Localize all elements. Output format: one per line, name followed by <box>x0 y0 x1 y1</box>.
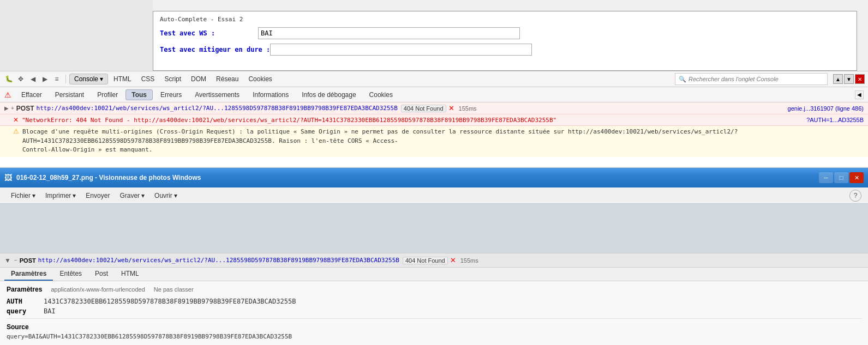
photo-icon: 🖼 <box>4 173 12 182</box>
devtools-icon-menu[interactable]: ≡ <box>51 74 62 84</box>
field1-label: Test avec WS : <box>160 29 258 37</box>
params-encoding: application/x-www-form-urlencoded <box>51 286 145 293</box>
network-tabs: Paramètres Entêtes Post HTML <box>0 268 868 281</box>
pv-help-btn[interactable]: ? <box>849 190 861 202</box>
param-query-key: query <box>7 307 39 315</box>
filter-bar: ⚠ Effacer Persistant Profiler Tous Erreu… <box>0 87 868 102</box>
params-divider <box>7 318 861 319</box>
net-url-link[interactable]: http://as400dev:10021/web/services/ws_ar… <box>38 257 399 264</box>
post-error-icon: ✕ <box>448 104 454 112</box>
window-controls: ▲ ▼ ✕ <box>833 74 865 84</box>
filter-options-btn[interactable]: ◀ <box>855 90 864 99</box>
net-tab-html[interactable]: HTML <box>115 268 146 281</box>
console-warning-row: ⚠ Blocage d'une requête multi-origines (… <box>0 126 868 157</box>
net-minus-icon: − <box>14 257 17 263</box>
pv-envoyer-btn[interactable]: Envoyer <box>81 191 114 201</box>
dom-tab-button[interactable]: DOM <box>187 74 211 84</box>
params-header: Paramètres application/x-www-form-urlenc… <box>7 286 861 293</box>
params-action: Ne pas classer <box>154 286 194 293</box>
filter-persistant[interactable]: Persistant <box>50 90 89 100</box>
source-value: query=BAI&AUTH=1431C3782330EBB61285598D5… <box>7 333 861 340</box>
field2-input[interactable] <box>270 44 532 56</box>
form-row-1: Test avec WS : <box>160 27 850 39</box>
filter-informations[interactable]: Informations <box>247 90 294 100</box>
net-time-badge: 155ms <box>460 257 478 264</box>
filter-avertissements[interactable]: Avertissements <box>189 90 245 100</box>
devtools-icon-cursor[interactable]: ✥ <box>15 74 26 84</box>
net-expand-icon[interactable]: ▼ <box>4 257 11 264</box>
network-row-header: ▼ − POST http://as400dev:10021/web/servi… <box>0 253 868 268</box>
css-tab-button[interactable]: CSS <box>137 74 159 84</box>
separator-1 <box>65 75 66 83</box>
left-panel <box>0 0 153 71</box>
pv-maximize-btn[interactable]: □ <box>834 172 848 183</box>
photo-viewer-title: 016-02-12_08h59_27.png - Visionneuse de … <box>16 174 201 181</box>
pv-close-btn[interactable]: ✕ <box>849 172 864 183</box>
post-method-label: POST <box>16 105 34 112</box>
network-params-area: Paramètres application/x-www-form-urlenc… <box>0 281 868 344</box>
console-messages-area: ▶ + POST http://as400dev:10021/web/servi… <box>0 102 868 168</box>
devtools-minimize-btn[interactable]: ▲ <box>833 74 843 84</box>
form-row-2: Test avec mitigeur en dure : <box>160 44 850 56</box>
devtools-icon-forward[interactable]: ▶ <box>39 74 50 84</box>
autocomplete-box: Auto-Complete - Essai 2 Test avec WS : T… <box>153 11 857 71</box>
param-auth-row: AUTH 1431C3782330EBB61285598D597878B38F8… <box>7 298 861 305</box>
filter-cookies[interactable]: Cookies <box>364 90 398 100</box>
post-url-link[interactable]: http://as400dev:10021/web/services/ws_ar… <box>37 105 398 112</box>
console-tab-button[interactable]: Console ▾ <box>69 74 108 84</box>
filter-profiler[interactable]: Profiler <box>92 90 123 100</box>
devtools-icon-bug[interactable]: 🐛 <box>3 74 14 84</box>
warning-text-line1: Blocage d'une requête multi-origines (Cr… <box>22 128 864 146</box>
pv-photo-content <box>0 204 868 253</box>
script-tab-button[interactable]: Script <box>160 74 185 84</box>
error-source-link[interactable]: ?AUTH=1...AD3255B <box>806 117 864 123</box>
devtools-close-btn[interactable]: ✕ <box>855 74 865 84</box>
post-plus-icon: + <box>11 105 14 111</box>
pv-graver-menu[interactable]: Graver ▾ <box>115 191 149 201</box>
filter-infos-debug[interactable]: Infos de débogage <box>296 90 361 100</box>
warning-text-line2: Control-Allow-Origin » est manquant. <box>22 146 864 155</box>
post-expand-icon[interactable]: ▶ <box>4 105 9 111</box>
net-error-icon: ✕ <box>450 256 456 264</box>
filter-erreurs[interactable]: Erreurs <box>155 90 187 100</box>
console-post-row: ▶ + POST http://as400dev:10021/web/servi… <box>0 102 868 114</box>
param-auth-value: 1431C3782330EBB61285598D597878B38F8919BB… <box>44 298 296 305</box>
autocomplete-title: Auto-Complete - Essai 2 <box>160 16 850 23</box>
net-tab-post[interactable]: Post <box>88 268 115 281</box>
post-source-link[interactable]: genie.j...3161907 (ligne 486) <box>788 105 864 112</box>
devtools-icon-back[interactable]: ◀ <box>27 74 38 84</box>
net-tab-parametres[interactable]: Paramètres <box>4 268 53 281</box>
source-label: Source <box>7 323 861 331</box>
post-time-badge: 155ms <box>459 105 477 112</box>
field1-input[interactable] <box>258 27 520 39</box>
param-query-row: query BAI <box>7 307 861 315</box>
pv-fichier-menu[interactable]: Fichier ▾ <box>7 191 40 201</box>
pv-minimize-btn[interactable]: ─ <box>819 172 833 183</box>
filter-effacer[interactable]: Effacer <box>16 90 47 100</box>
browser-content: Auto-Complete - Essai 2 Test avec WS : T… <box>0 0 868 71</box>
console-error-row: ✕ "NetworkError: 404 Not Found - http://… <box>0 114 868 126</box>
net-tab-entetes[interactable]: Entêtes <box>53 268 88 281</box>
reseau-tab-button[interactable]: Réseau <box>212 74 243 84</box>
param-auth-key: AUTH <box>7 298 39 305</box>
field2-label: Test avec mitigeur en dure : <box>160 46 270 53</box>
warning-icon: ⚠ <box>13 128 19 135</box>
pv-toolbar: Fichier ▾ Imprimer ▾ Envoyer Graver ▾ Ou… <box>0 187 868 204</box>
html-tab-button[interactable]: HTML <box>109 74 136 84</box>
network-detail-panel: ▼ − POST http://as400dev:10021/web/servi… <box>0 253 868 345</box>
photo-viewer-window-controls: ─ □ ✕ <box>819 172 864 183</box>
console-search-box[interactable]: 🔍 <box>675 73 828 85</box>
param-query-value: BAI <box>44 307 56 315</box>
devtools-expand-btn[interactable]: ▼ <box>844 74 854 84</box>
error-message: "NetworkError: 404 Not Found - http://as… <box>22 117 556 124</box>
pv-imprimer-menu[interactable]: Imprimer ▾ <box>41 191 80 201</box>
filter-warning-icon: ⚠ <box>4 90 11 99</box>
net-method-label: POST <box>20 257 36 264</box>
photo-viewer-titlebar: 🖼 016-02-12_08h59_27.png - Visionneuse d… <box>0 168 868 187</box>
console-search-input[interactable] <box>689 76 824 82</box>
cookies-tab-button[interactable]: Cookies <box>244 74 276 84</box>
pv-ouvrir-menu[interactable]: Ouvrir ▾ <box>150 191 182 201</box>
params-title: Paramètres <box>7 286 42 293</box>
source-section: Source query=BAI&AUTH=1431C3782330EBB612… <box>7 323 861 340</box>
filter-tous[interactable]: Tous <box>125 89 153 100</box>
